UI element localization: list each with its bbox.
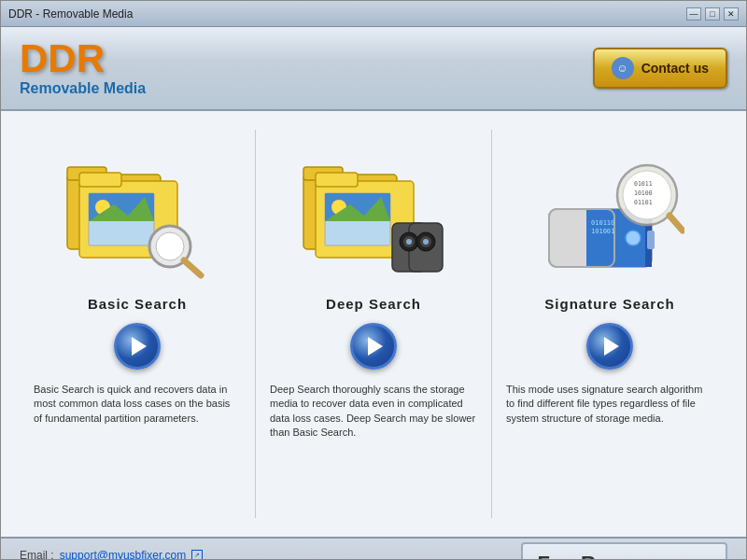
free-recovery-badge: FreeRecovery.org [521, 542, 727, 560]
deep-play-triangle-icon [368, 337, 383, 356]
close-button[interactable]: ✕ [724, 7, 739, 21]
basic-search-illustration [63, 148, 212, 279]
deep-search-illustration [299, 148, 448, 279]
window-title: DDR - Removable Media [8, 7, 133, 21]
deep-search-icon [289, 139, 458, 288]
contact-us-button[interactable]: ☺ Contact us [593, 48, 727, 89]
play-triangle-icon [132, 337, 147, 356]
svg-point-9 [156, 232, 184, 260]
maximize-button[interactable]: □ [705, 7, 720, 21]
deep-search-title: Deep Search [326, 296, 421, 312]
header: DDR Removable Media ☺ Contact us [1, 27, 746, 111]
signature-search-illustration: 010110 101001 01011 10100 01101 [535, 148, 684, 279]
contact-person-icon: ☺ [612, 57, 634, 79]
signature-search-title: Signature Search [544, 296, 674, 312]
svg-text:01101: 01101 [634, 199, 653, 206]
signature-search-description: This mode uses signature search algorith… [506, 383, 713, 426]
deep-search-description: Deep Search thoroughly scans the storage… [270, 383, 477, 441]
footer: Email : support@myusbfixer.com ↗ Website… [1, 537, 746, 560]
svg-rect-3 [79, 173, 121, 187]
basic-search-title: Basic Search [88, 296, 187, 312]
signature-search-icon: 010110 101001 01011 10100 01101 [526, 139, 694, 288]
svg-text:010110: 010110 [591, 219, 614, 227]
basic-search-play-button[interactable] [114, 323, 161, 370]
footer-links: Email : support@myusbfixer.com ↗ Website… [20, 549, 228, 560]
svg-text:101001: 101001 [591, 228, 614, 235]
svg-line-41 [669, 216, 683, 231]
svg-line-10 [184, 260, 201, 275]
email-label: Email : [20, 549, 54, 560]
svg-point-27 [423, 239, 429, 245]
sig-play-triangle-icon [604, 337, 619, 356]
basic-search-panel: Basic Search Basic Search is quick and r… [20, 130, 256, 518]
basic-search-icon [53, 139, 221, 288]
logo-ddr-text: DDR [20, 39, 146, 78]
minimize-button[interactable]: — [686, 7, 701, 21]
app-logo: DDR Removable Media [20, 39, 146, 97]
search-modes-container: Basic Search Basic Search is quick and r… [20, 130, 727, 518]
logo-subtitle-text: Removable Media [20, 80, 146, 97]
contact-button-label: Contact us [641, 61, 709, 76]
svg-point-26 [406, 239, 412, 245]
svg-rect-14 [316, 173, 358, 187]
deep-search-play-button[interactable] [350, 323, 397, 370]
titlebar: DDR - Removable Media — □ ✕ [1, 1, 746, 27]
signature-search-panel: 010110 101001 01011 10100 01101 Signatur… [492, 130, 727, 518]
email-row: Email : support@myusbfixer.com ↗ [20, 549, 228, 560]
svg-text:01011: 01011 [634, 180, 653, 188]
basic-search-description: Basic Search is quick and recovers data … [34, 383, 241, 426]
main-content: Basic Search Basic Search is quick and r… [1, 111, 746, 537]
signature-search-play-button[interactable] [586, 323, 633, 370]
deep-search-panel: Deep Search Deep Search thoroughly scans… [256, 130, 492, 518]
svg-rect-33 [647, 231, 655, 249]
svg-point-32 [626, 231, 641, 245]
window-controls: — □ ✕ [686, 7, 739, 21]
svg-text:10100: 10100 [634, 189, 653, 197]
email-link[interactable]: support@myusbfixer.com [60, 549, 187, 560]
email-external-icon[interactable]: ↗ [191, 550, 203, 560]
